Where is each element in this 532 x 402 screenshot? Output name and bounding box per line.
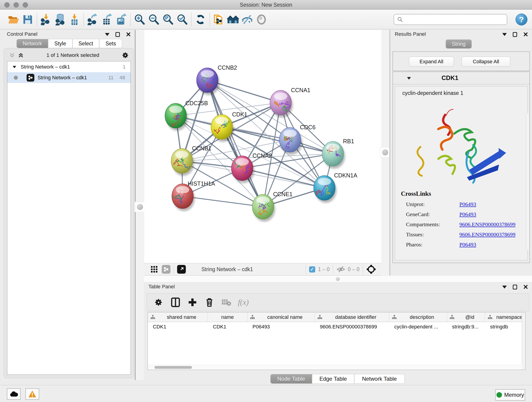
selected-checkbox-icon[interactable]: ✓ xyxy=(309,266,315,273)
column-header[interactable]: namespace xyxy=(485,313,526,322)
search-input[interactable] xyxy=(403,17,507,22)
tab-string[interactable]: String xyxy=(446,39,472,49)
crosslink-link[interactable]: P06493 xyxy=(459,242,476,248)
network-row[interactable]: String Network – cdk1 11 48 xyxy=(7,72,131,83)
collapse-gene-icon[interactable] xyxy=(406,75,412,81)
network-column-icon xyxy=(449,314,455,320)
crosslinks-title: CrossLinks xyxy=(401,190,527,197)
node-label-CCNB2: CCNB2 xyxy=(218,64,237,71)
birdseye-icon[interactable] xyxy=(366,264,376,274)
network-view-title: String Network – cdk1 xyxy=(201,266,253,273)
tab-sets[interactable]: Sets xyxy=(99,39,122,48)
zoom-selected-button[interactable] xyxy=(175,12,189,27)
help-button[interactable]: ? xyxy=(515,13,527,26)
cloud-icon xyxy=(9,391,18,397)
memory-button[interactable]: Memory xyxy=(495,389,525,401)
table-panel-splitter[interactable] xyxy=(144,276,532,282)
delete-column-button[interactable] xyxy=(201,295,218,310)
tree-expand-icon[interactable] xyxy=(12,64,17,70)
tab-style[interactable]: Style xyxy=(48,39,72,48)
crosslink-link[interactable]: P06493 xyxy=(459,211,476,217)
column-header[interactable]: name xyxy=(208,313,247,322)
open-in-new-window-icon[interactable] xyxy=(177,265,186,274)
left-splitter-handle[interactable] xyxy=(135,202,145,212)
tab-network[interactable]: Network xyxy=(17,39,48,48)
panel-close-button[interactable]: ✕ xyxy=(523,285,528,289)
table-horizontal-scrollbar[interactable] xyxy=(148,365,522,370)
column-header[interactable]: description xyxy=(389,313,447,322)
export-image-button[interactable] xyxy=(114,12,128,27)
panel-close-button[interactable]: ✕ xyxy=(126,32,131,37)
right-splitter-handle[interactable] xyxy=(380,147,390,158)
hide-selection-button[interactable] xyxy=(240,12,254,27)
tab-select[interactable]: Select xyxy=(72,39,99,48)
zoom-out-button[interactable] xyxy=(147,12,161,27)
collection-label: String Network – cdk1 xyxy=(21,64,70,70)
crosslink-link[interactable]: P06493 xyxy=(459,201,476,207)
network-tree: String Network – cdk1 1 String Network –… xyxy=(7,61,131,375)
results-scrollbar[interactable] xyxy=(526,113,529,250)
network-canvas[interactable]: CCNB2CCNA1CDC25BCDK1CDC6RB1CCNB1CCNA2CDK… xyxy=(144,30,381,263)
export-network-button[interactable] xyxy=(86,12,100,27)
first-neighbors-button[interactable] xyxy=(226,12,240,27)
column-header[interactable]: database identifier xyxy=(315,313,389,322)
left-splitter[interactable] xyxy=(136,30,144,380)
cloud-status-button[interactable] xyxy=(7,388,21,400)
eye-slash-icon xyxy=(241,14,253,25)
node-CCNA1: CCNA1 xyxy=(270,87,310,118)
show-columns-button[interactable] xyxy=(167,295,184,310)
delete-table-button[interactable] xyxy=(218,295,235,310)
network-tab-content: 1 of 1 Network selected String Network –… xyxy=(4,48,134,378)
node-CCNB2: CCNB2 xyxy=(196,64,237,95)
export-table-button[interactable] xyxy=(100,12,114,27)
crosslink-link[interactable]: 9606.ENSP00000378699 xyxy=(459,231,515,238)
function-builder-button[interactable]: f(x) xyxy=(235,295,252,310)
table-settings-button[interactable] xyxy=(150,295,167,310)
column-header[interactable]: shared name xyxy=(148,313,208,322)
collapse-all-networks-icon[interactable] xyxy=(9,52,15,58)
apply-layout-button[interactable] xyxy=(193,12,208,27)
network-column-icon xyxy=(487,314,493,320)
table-vertical-scrollbar[interactable] xyxy=(522,313,525,370)
tab-node-table[interactable]: Node Table xyxy=(270,374,312,384)
zoom-fit-button[interactable] xyxy=(161,12,175,27)
panel-float-button[interactable] xyxy=(502,286,507,288)
network-collection-row[interactable]: String Network – cdk1 1 xyxy=(7,61,131,72)
crosslink-label: Pharos: xyxy=(401,242,459,248)
expand-all-networks-icon[interactable] xyxy=(18,52,24,58)
zoom-in-button[interactable] xyxy=(133,12,147,27)
network-from-selection-button[interactable] xyxy=(212,12,226,27)
scrollbar-thumb[interactable] xyxy=(154,366,192,369)
network-edge-count: 48 xyxy=(120,75,125,81)
tab-network-table[interactable]: Network Table xyxy=(354,374,405,384)
collapse-all-button[interactable]: Collapse All xyxy=(462,57,510,67)
grid-view-icon[interactable] xyxy=(150,265,158,273)
string-view-icon[interactable] xyxy=(162,265,171,274)
gene-panel-header[interactable]: CDK1 xyxy=(393,72,530,84)
column-header[interactable]: canonical name xyxy=(247,313,315,322)
crosslink-link[interactable]: 9606.ENSP00000378699 xyxy=(459,221,515,228)
crosslink-row: Uniprot: P06493 xyxy=(401,201,527,207)
warning-status-button[interactable] xyxy=(25,388,39,400)
import-network-database-button[interactable] xyxy=(53,12,67,27)
tab-edge-table[interactable]: Edge Table xyxy=(312,374,354,384)
right-splitter[interactable] xyxy=(381,30,389,275)
panel-maximize-button[interactable] xyxy=(513,285,517,289)
gear-icon[interactable] xyxy=(122,51,129,59)
import-network-file-button[interactable] xyxy=(39,12,53,27)
expand-all-button[interactable]: Expand All xyxy=(409,57,454,67)
panel-maximize-button[interactable] xyxy=(513,32,517,37)
import-table-file-button[interactable] xyxy=(67,12,82,27)
open-session-button[interactable] xyxy=(6,12,21,27)
save-session-button[interactable] xyxy=(21,12,35,27)
add-column-button[interactable] xyxy=(184,295,201,310)
table-toolbar: f(x) xyxy=(147,293,529,311)
panel-float-button[interactable] xyxy=(105,33,109,36)
column-header[interactable]: @id xyxy=(447,313,485,322)
panel-float-button[interactable] xyxy=(502,33,507,36)
table-row[interactable]: CDK1 CDK1 P06493 9606.ENSP00000378699 cy… xyxy=(148,322,525,332)
panel-maximize-button[interactable] xyxy=(115,32,120,37)
splitter-grip[interactable] xyxy=(336,277,340,281)
show-all-button[interactable] xyxy=(254,12,268,27)
panel-close-button[interactable]: ✕ xyxy=(523,32,528,37)
